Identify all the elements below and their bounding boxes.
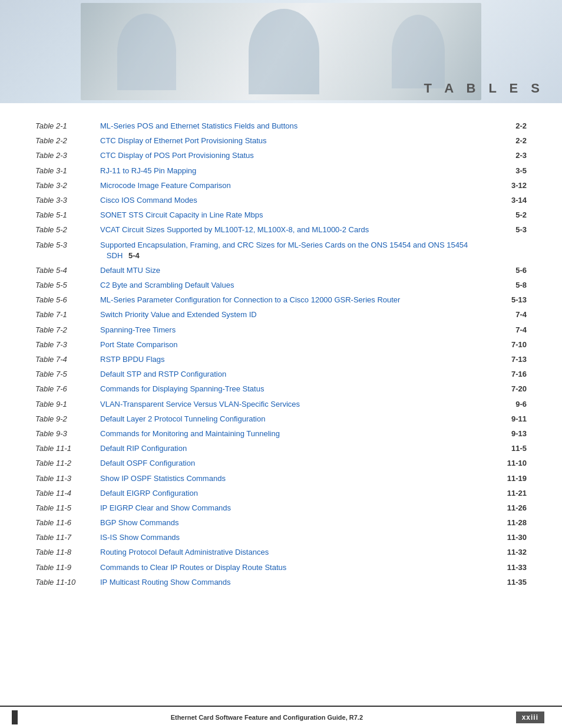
- toc-row: Table 5-4Default MTU Size5-6: [35, 265, 527, 276]
- toc-label: Table 5-4: [35, 265, 100, 276]
- toc-row: Table 7-1Switch Priority Value and Exten…: [35, 309, 527, 320]
- toc-link[interactable]: Default EIGRP Configuration: [100, 488, 504, 499]
- toc-link[interactable]: Default RIP Configuration: [100, 443, 508, 454]
- toc-label: Table 7-6: [35, 384, 100, 394]
- toc-link[interactable]: VLAN-Transparent Service Versus VLAN-Spe…: [100, 399, 512, 410]
- section-label: T A B L E S: [424, 81, 544, 96]
- toc-row: Table 11-1Default RIP Configuration11-5: [35, 443, 527, 454]
- toc-link[interactable]: Microcode Image Feature Comparison: [100, 180, 508, 191]
- toc-link[interactable]: Default OSPF Configuration: [100, 458, 504, 469]
- toc-link[interactable]: Default STP and RSTP Configuration: [100, 369, 508, 380]
- toc-link[interactable]: RSTP BPDU Flags: [100, 354, 508, 365]
- toc-label: Table 11-1: [35, 443, 100, 454]
- toc-page: 11-33: [507, 562, 527, 573]
- toc-page: 5-2: [515, 210, 527, 220]
- toc-row: Table 7-5Default STP and RSTP Configurat…: [35, 369, 527, 380]
- toc-link[interactable]: Cisco IOS Command Modes: [100, 195, 508, 206]
- person-3: [392, 15, 445, 88]
- toc-page: 2-3: [515, 150, 527, 161]
- toc-label: Table 11-3: [35, 473, 100, 484]
- toc-label: Table 5-1: [35, 210, 100, 220]
- toc-link[interactable]: Default Layer 2 Protocol Tunneling Confi…: [100, 414, 508, 424]
- toc-page: 11-32: [507, 547, 527, 558]
- toc-link[interactable]: IP EIGRP Clear and Show Commands: [100, 503, 504, 513]
- toc-label: Table 3-1: [35, 166, 100, 176]
- footer-title: Ethernet Card Software Feature and Confi…: [18, 714, 516, 721]
- toc-link[interactable]: Port State Comparison: [100, 340, 508, 350]
- toc-row: Table 7-4RSTP BPDU Flags7-13: [35, 354, 527, 365]
- toc-row: Table 7-3Port State Comparison7-10: [35, 340, 527, 350]
- toc-link[interactable]: CTC Display of Ethernet Port Provisionin…: [100, 136, 512, 146]
- toc-page: 5-8: [515, 280, 527, 291]
- toc-row: Table 11-3Show IP OSPF Statistics Comman…: [35, 473, 527, 484]
- toc-page: 11-19: [507, 473, 527, 484]
- toc-label: Table 2-1: [35, 121, 100, 131]
- toc-link[interactable]: Supported Encapsulation, Framing, and CR…: [100, 241, 468, 260]
- toc-link[interactable]: ML-Series POS and Ethernet Statistics Fi…: [100, 121, 512, 131]
- toc-label: Table 11-4: [35, 488, 100, 499]
- toc-row: Table 11-5IP EIGRP Clear and Show Comman…: [35, 503, 527, 513]
- toc-row: Table 5-5C2 Byte and Scrambling Default …: [35, 280, 527, 291]
- toc-row: Table 2-3CTC Display of POS Port Provisi…: [35, 150, 527, 161]
- toc-row: Table 11-2Default OSPF Configuration11-1…: [35, 458, 527, 469]
- toc-page: 3-5: [515, 166, 527, 176]
- toc-row: Table 5-1SONET STS Circuit Capacity in L…: [35, 210, 527, 220]
- toc-link[interactable]: Commands for Monitoring and Maintaining …: [100, 429, 508, 439]
- toc-page: 7-4: [515, 325, 527, 335]
- toc-row: Table 3-3Cisco IOS Command Modes3-14: [35, 195, 527, 206]
- toc-row: Table 7-6Commands for Displaying Spannin…: [35, 384, 527, 394]
- toc-page: 2-2: [515, 121, 527, 131]
- toc-row: Table 9-2Default Layer 2 Protocol Tunnel…: [35, 414, 527, 424]
- toc-page: 7-20: [511, 384, 527, 394]
- toc-link[interactable]: Commands for Displaying Spanning-Tree St…: [100, 384, 508, 394]
- toc-link[interactable]: RJ-11 to RJ-45 Pin Mapping: [100, 166, 512, 176]
- toc-row: Table 2-2CTC Display of Ethernet Port Pr…: [35, 136, 527, 146]
- toc-label: Table 5-2: [35, 225, 100, 235]
- toc-label: Table 7-1: [35, 309, 100, 320]
- toc-page: 11-28: [507, 518, 527, 528]
- toc-link[interactable]: VCAT Circuit Sizes Supported by ML100T-1…: [100, 225, 512, 235]
- toc-link[interactable]: Commands to Clear IP Routes or Display R…: [100, 562, 504, 573]
- toc-label: Table 9-2: [35, 414, 100, 424]
- toc-link[interactable]: Switch Priority Value and Extended Syste…: [100, 309, 512, 320]
- toc-page: 11-30: [507, 532, 527, 543]
- toc-page: 11-5: [511, 443, 527, 454]
- toc-label: Table 5-5: [35, 280, 100, 291]
- toc-row: Table 11-8Routing Protocol Default Admin…: [35, 547, 527, 558]
- toc-page: 5-6: [515, 265, 527, 276]
- toc-content: Table 2-1ML-Series POS and Ethernet Stat…: [0, 103, 562, 604]
- toc-link[interactable]: Show IP OSPF Statistics Commands: [100, 473, 504, 484]
- toc-link[interactable]: SONET STS Circuit Capacity in Line Rate …: [100, 210, 512, 220]
- toc-label: Table 11-10: [35, 577, 100, 588]
- toc-label: Table 3-3: [35, 195, 100, 206]
- toc-page: 7-13: [511, 354, 527, 365]
- toc-page: 7-16: [511, 369, 527, 380]
- toc-row: Table 9-3Commands for Monitoring and Mai…: [35, 429, 527, 439]
- toc-page: 9-11: [511, 414, 527, 424]
- toc-link[interactable]: Routing Protocol Default Administrative …: [100, 547, 504, 558]
- toc-link[interactable]: IS-IS Show Commands: [100, 532, 504, 543]
- toc-page: 11-10: [507, 458, 527, 469]
- person-2: [249, 9, 319, 94]
- toc-label: Table 5-6: [35, 295, 100, 305]
- footer-bar: [12, 710, 18, 724]
- toc-row: Table 2-1ML-Series POS and Ethernet Stat…: [35, 121, 527, 131]
- toc-label: Table 9-1: [35, 399, 100, 410]
- toc-link[interactable]: IP Multicast Routing Show Commands: [100, 577, 504, 588]
- toc-link[interactable]: Spanning-Tree Timers: [100, 325, 512, 335]
- toc-row: Table 5-2VCAT Circuit Sizes Supported by…: [35, 225, 527, 235]
- toc-link[interactable]: C2 Byte and Scrambling Default Values: [100, 280, 512, 291]
- toc-link[interactable]: Default MTU Size: [100, 265, 512, 276]
- toc-label: Table 7-4: [35, 354, 100, 365]
- person-1: [117, 14, 176, 90]
- toc-page: 5-3: [515, 225, 527, 235]
- toc-link[interactable]: ML-Series Parameter Configuration for Co…: [100, 295, 508, 305]
- page-footer: Ethernet Card Software Feature and Confi…: [0, 706, 562, 728]
- toc-row: Table 11-7IS-IS Show Commands11-30: [35, 532, 527, 543]
- toc-link[interactable]: CTC Display of POS Port Provisioning Sta…: [100, 150, 512, 161]
- toc-label: Table 7-2: [35, 325, 100, 335]
- toc-link[interactable]: BGP Show Commands: [100, 518, 504, 528]
- toc-row: Table 3-2Microcode Image Feature Compari…: [35, 180, 527, 191]
- toc-page: 3-12: [511, 180, 527, 191]
- toc-row: Table 7-2Spanning-Tree Timers7-4: [35, 325, 527, 335]
